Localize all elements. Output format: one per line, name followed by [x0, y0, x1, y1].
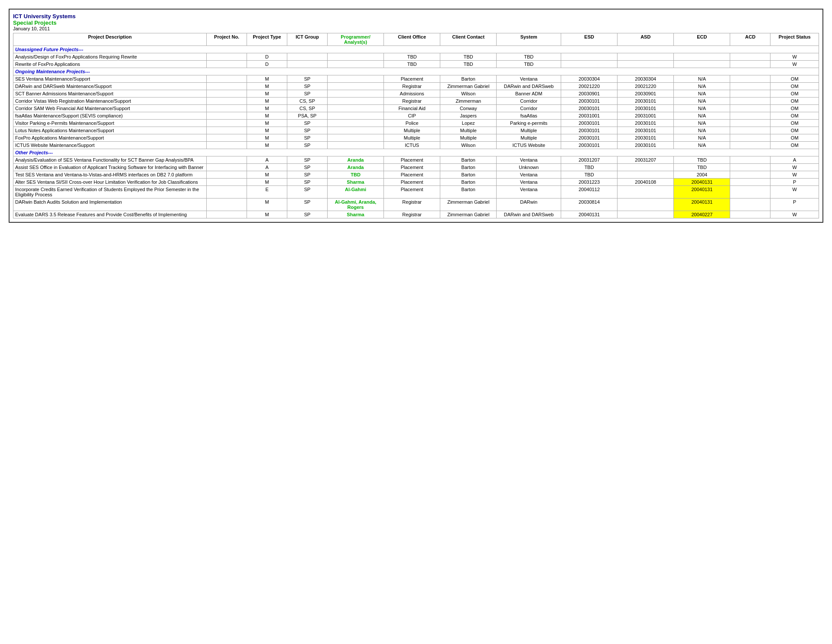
table-cell: W [770, 61, 819, 68]
table-cell: Wilson [440, 142, 497, 149]
table-cell: CS, SP [287, 98, 328, 105]
table-cell: N/A [674, 120, 730, 127]
col-asd: ASD [618, 33, 674, 46]
table-cell: SP [287, 211, 328, 218]
table-cell: Ventana [497, 75, 561, 83]
table-cell: TBD [384, 61, 440, 68]
table-cell: A [770, 156, 819, 164]
table-cell: Visitor Parking e-Permits Maintenance/Su… [13, 120, 207, 127]
table-cell: 20030101 [618, 98, 674, 105]
table-cell: 20040108 [618, 179, 674, 186]
table-cell: Corridor [497, 105, 561, 112]
table-row: SCT Banner Admissions Maintenance/Suppor… [13, 90, 819, 98]
table-cell: ICTUS Website [497, 142, 561, 149]
table-cell: 20030101 [561, 127, 618, 134]
table-cell [327, 112, 384, 120]
table-cell: 20040131 [674, 198, 730, 211]
table-row: DARwin and DARSweb Maintenance/SupportMS… [13, 83, 819, 90]
table-cell: Placement [384, 186, 440, 198]
table-cell: CIP [384, 112, 440, 120]
table-cell [730, 198, 770, 211]
table-cell: M [247, 75, 287, 83]
table-cell: SP [287, 120, 328, 127]
table-cell: W [770, 211, 819, 218]
table-cell: W [770, 164, 819, 171]
table-cell: OM [770, 112, 819, 120]
table-cell: DARwin and DARSweb [497, 83, 561, 90]
table-cell [207, 105, 247, 112]
table-cell: Registrar [384, 198, 440, 211]
table-cell: Aranda [327, 156, 384, 164]
table-cell: 20030101 [561, 120, 618, 127]
table-cell: Parking e-permits [497, 120, 561, 127]
table-cell: Alter SES Ventana SI/SII Cross-over Hour… [13, 179, 207, 186]
section-header: Unassigned Future Projects--- [13, 46, 819, 53]
table-cell: TBD [561, 164, 618, 171]
date: January 10, 2011 [13, 26, 819, 31]
table-cell: Ventana [497, 171, 561, 179]
table-cell [327, 90, 384, 98]
table-row: Analysis/Evaluation of SES Ventana Funct… [13, 156, 819, 164]
table-cell: ICTUS Website Maintenance/Support [13, 142, 207, 149]
table-cell: N/A [674, 83, 730, 90]
table-cell: M [247, 98, 287, 105]
table-cell [207, 142, 247, 149]
table-cell: CS, SP [287, 105, 328, 112]
table-cell: N/A [674, 90, 730, 98]
col-project-no: Project No. [207, 33, 247, 46]
table-cell: SP [287, 134, 328, 142]
main-container: ICT University Systems Special Projects … [9, 9, 823, 223]
table-cell: DARwin and DARSweb [497, 211, 561, 218]
col-ict-group: ICT Group [287, 33, 328, 46]
table-cell [618, 211, 674, 218]
col-project-type: Project Type [247, 33, 287, 46]
table-cell: Admissions [384, 90, 440, 98]
table-cell: Ventana [497, 186, 561, 198]
table-cell: TBD [674, 164, 730, 171]
table-cell: Test SES Ventana and Ventana-to-Vistas-a… [13, 171, 207, 179]
table-cell: M [247, 142, 287, 149]
table-cell [730, 142, 770, 149]
table-cell: M [247, 198, 287, 211]
table-cell [207, 179, 247, 186]
table-cell: Sharma [327, 179, 384, 186]
table-cell: N/A [674, 105, 730, 112]
col-description: Project Description [13, 33, 207, 46]
table-row: ICTUS Website Maintenance/SupportMSPICTU… [13, 142, 819, 149]
table-cell: Multiple [384, 134, 440, 142]
table-cell: N/A [674, 127, 730, 134]
table-cell: 20030101 [618, 134, 674, 142]
table-cell [207, 75, 247, 83]
table-cell: Barton [440, 156, 497, 164]
table-cell: M [247, 134, 287, 142]
table-cell: Multiple [384, 127, 440, 134]
table-row: Assist SES Office in Evaluation of Appli… [13, 164, 819, 171]
table-cell [327, 105, 384, 112]
col-client-office: Client Office [384, 33, 440, 46]
title-special: Special Projects [13, 20, 819, 26]
table-row: Visitor Parking e-Permits Maintenance/Su… [13, 120, 819, 127]
table-cell: D [247, 53, 287, 61]
table-row: Evaluate DARS 3.5 Release Features and P… [13, 211, 819, 218]
col-system: System [497, 33, 561, 46]
table-cell: Al-Gahmi, Aranda, Rogers [327, 198, 384, 211]
table-row: Incorporate Credits Earned Verification … [13, 186, 819, 198]
table-cell: P [770, 198, 819, 211]
table-cell: SP [287, 156, 328, 164]
table-cell: 2004 [674, 171, 730, 179]
table-cell: 20030101 [618, 142, 674, 149]
table-cell: Barton [440, 164, 497, 171]
table-cell [730, 112, 770, 120]
table-cell [327, 83, 384, 90]
table-cell: SP [287, 198, 328, 211]
table-cell: Barton [440, 171, 497, 179]
table-cell: 20030101 [561, 105, 618, 112]
table-cell: TBD [440, 61, 497, 68]
col-programmer: Programmer/ Analyst(s) [327, 33, 384, 46]
table-cell: Placement [384, 156, 440, 164]
table-row: Test SES Ventana and Ventana-to-Vistas-a… [13, 171, 819, 179]
table-cell [207, 134, 247, 142]
table-cell: SP [287, 186, 328, 198]
table-cell [327, 127, 384, 134]
table-cell [730, 75, 770, 83]
